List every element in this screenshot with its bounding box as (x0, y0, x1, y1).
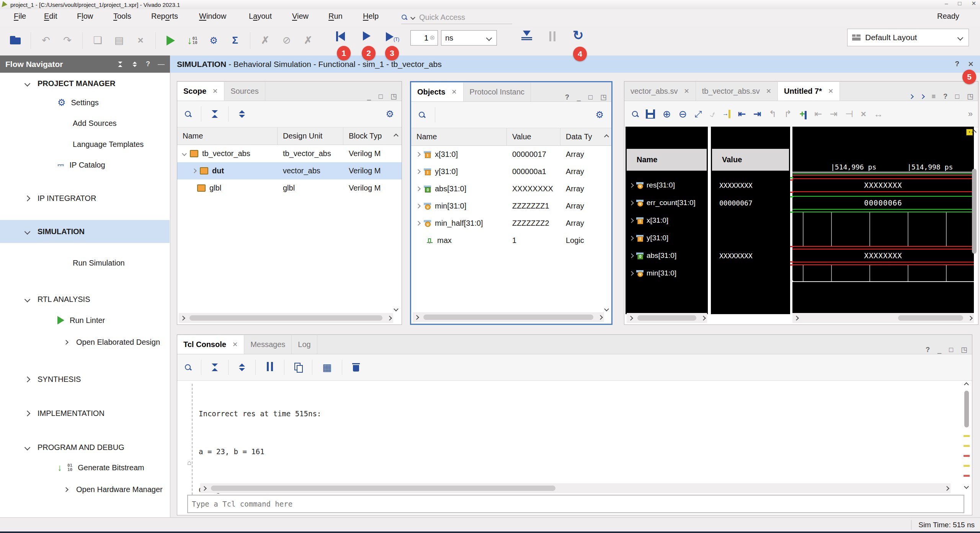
tab-tb-vector-abs-sv[interactable]: tb_vector_abs.sv✕ (696, 82, 778, 101)
maximize-panel-icon[interactable]: □ (955, 93, 959, 101)
previous-marker-icon[interactable]: ⇤ (814, 109, 822, 119)
close-icon[interactable]: ✕ (684, 87, 689, 95)
minimize-panel-icon[interactable]: _ (938, 346, 941, 354)
zoom-out-icon[interactable]: ⊖ (679, 108, 687, 120)
window-minimize-button[interactable]: – (945, 0, 948, 7)
zoom-fit-icon[interactable]: ⤢ (695, 109, 702, 119)
column-data-type[interactable]: Data Ty (560, 128, 599, 145)
tab-tcl-console[interactable]: Tcl Console✕ (177, 335, 244, 354)
delete-button[interactable]: × (134, 34, 147, 47)
scroll-up-icon[interactable] (964, 382, 969, 387)
run-all-button[interactable] (363, 31, 371, 41)
wave-signal-name[interactable]: Iy[31:0] (630, 229, 706, 247)
gear-icon[interactable]: ⚙ (385, 109, 394, 119)
horizontal-scrollbar[interactable] (179, 313, 393, 323)
error-marker[interactable] (964, 455, 970, 457)
wave-bus-min[interactable] (792, 264, 974, 282)
menu-view[interactable]: View (292, 12, 309, 21)
search-icon[interactable] (185, 111, 191, 117)
close-icon[interactable]: ✕ (451, 88, 457, 96)
help-icon[interactable]: ? (943, 93, 947, 101)
wave-signal-name[interactable]: Ix[31:0] (630, 212, 706, 229)
menu-layout[interactable]: Layout (249, 12, 272, 21)
wave-bus-res[interactable]: XXXXXXXX (792, 176, 974, 194)
relaunch-simulation-button[interactable]: ↻ (573, 28, 584, 43)
table-row[interactable]: tb_vector_abs tb_vector_abs Verilog M (177, 145, 402, 162)
warning-marker[interactable] (964, 465, 970, 467)
scroll-down-icon[interactable] (964, 484, 969, 489)
sidebar-item-run-simulation[interactable]: Run Simulation (0, 254, 170, 271)
menu-reports[interactable]: Reports (151, 12, 178, 21)
redo-button[interactable]: ↷ (61, 34, 74, 47)
close-icon[interactable]: ✕ (766, 87, 771, 95)
goto-time-icon[interactable]: → (722, 110, 730, 118)
scroll-down-icon[interactable] (394, 306, 399, 311)
add-marker-icon[interactable]: + (799, 109, 807, 120)
column-design-unit[interactable]: Design Unit (278, 127, 343, 145)
column-value[interactable]: Value (507, 128, 560, 145)
horizontal-scrollbar[interactable] (413, 312, 604, 322)
float-panel-icon[interactable]: ◳ (967, 92, 973, 101)
collapse-all-icon[interactable] (118, 62, 123, 67)
remove-forces-button[interactable]: ✗ (302, 34, 315, 47)
sidebar-item-settings[interactable]: ⚙Settings (0, 94, 170, 111)
column-name[interactable]: Name (411, 128, 507, 145)
sidebar-item-add-sources[interactable]: Add Sources (0, 115, 170, 132)
search-icon[interactable] (632, 111, 638, 117)
settings-gear-button[interactable]: ⚙ (207, 34, 220, 47)
scroll-down-icon[interactable] (604, 306, 609, 311)
close-icon[interactable]: ✕ (232, 341, 238, 349)
window-close-button[interactable]: ✕ (971, 0, 976, 7)
gear-icon[interactable]: ⚙ (595, 109, 604, 120)
quick-access-search[interactable]: Quick Access (401, 11, 512, 24)
maximize-panel-icon[interactable]: □ (949, 346, 953, 354)
tab-vector-abs-sv[interactable]: vector_abs.sv✕ (624, 82, 696, 101)
search-icon[interactable] (185, 364, 191, 370)
vertical-scrollbar-thumb[interactable] (964, 391, 969, 427)
copy-button[interactable]: ❏ (91, 34, 104, 47)
table-row[interactable]: vmin_half[31:0] ZZZZZZZ2 Array (411, 215, 611, 232)
sidebar-item-generate-bitstream[interactable]: ↓0110Generate Bitstream (0, 459, 170, 476)
sidebar-item-ip-catalog[interactable]: ⎓IP Catalog (0, 156, 170, 173)
sidebar-item-run-linter[interactable]: Run Linter (0, 312, 170, 329)
expand-all-icon[interactable] (238, 110, 245, 118)
table-row[interactable]: max 1 Logic (411, 232, 611, 249)
float-panel-icon[interactable]: ◳ (961, 346, 967, 354)
help-icon[interactable]: ? (146, 60, 150, 68)
column-name[interactable]: Name (177, 127, 278, 145)
tab-list-icon[interactable]: ≡ (932, 93, 936, 101)
table-row[interactable]: 0abs[31:0] XXXXXXXX Array (411, 180, 611, 197)
expand-all-icon[interactable] (238, 363, 245, 371)
table-row[interactable]: vmin[31:0] ZZZZZZZ1 Array (411, 197, 611, 215)
sidebar-item-language-templates[interactable]: Language Templates (0, 136, 170, 153)
sidebar-section-synthesis[interactable]: SYNTHESIS (0, 371, 170, 388)
next-transition-icon[interactable]: ⇥ (753, 109, 761, 119)
maximize-panel-icon[interactable]: □ (588, 93, 593, 101)
previous-transition-icon[interactable]: ⇤ (738, 109, 746, 119)
close-icon[interactable]: ✕ (212, 87, 218, 95)
window-maximize-button[interactable]: □ (958, 0, 961, 7)
error-marker[interactable] (964, 475, 970, 477)
float-panel-icon[interactable]: ◳ (390, 92, 397, 101)
warning-marker[interactable] (964, 445, 970, 447)
clear-breakpoints-button[interactable]: ⊘ (280, 34, 293, 47)
wave-signal-name[interactable]: verr_count[31:0] (630, 194, 708, 212)
menu-run[interactable]: Run (328, 12, 343, 21)
toolbar-overflow-icon[interactable]: » (968, 109, 973, 119)
sidebar-section-simulation[interactable]: SIMULATION (0, 223, 170, 240)
scroll-up-icon[interactable] (604, 134, 609, 139)
wave-signal-name[interactable]: 0abs[31:0] (630, 247, 706, 264)
warning-marker[interactable] (964, 435, 970, 437)
zoom-in-icon[interactable]: ⊕ (663, 108, 671, 120)
horizontal-scrollbar[interactable] (792, 313, 974, 323)
wave-bus-y[interactable] (792, 229, 974, 247)
help-icon[interactable]: ? (926, 346, 930, 354)
prev-tab-icon[interactable] (909, 94, 914, 99)
wave-bus-abs[interactable]: XXXXXXXX (792, 247, 974, 264)
pause-button[interactable] (548, 31, 557, 41)
close-icon[interactable]: ✕ (828, 87, 833, 95)
save-icon[interactable] (646, 109, 655, 119)
minimize-panel-icon[interactable]: _ (577, 93, 581, 101)
sidebar-section-ip-integrator[interactable]: IP INTEGRATOR (0, 190, 170, 207)
maximize-panel-icon[interactable]: □ (379, 93, 383, 101)
